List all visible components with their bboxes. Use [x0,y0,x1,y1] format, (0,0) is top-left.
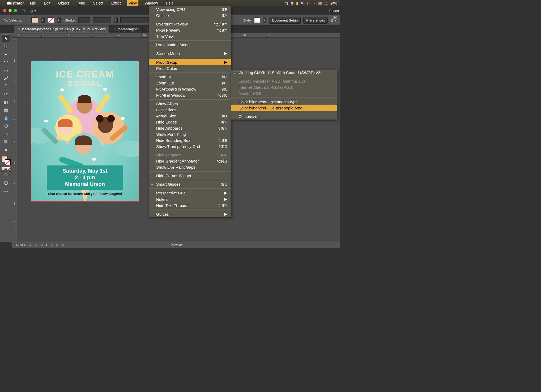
view-menu-item[interactable]: Hide Corner Widget [149,173,231,179]
view-menu-item[interactable]: Show Print Tiling [149,131,231,137]
view-menu-item[interactable]: Outline⌘Y [149,12,231,19]
proof-submenu-item[interactable]: Color blindness - Deuteranopia-type [231,105,337,111]
view-menu-item[interactable]: Zoom In⌘+ [149,74,231,80]
wifi-icon[interactable]: ⧋ [325,1,328,5]
view-menu-item[interactable]: Hide Text Threads⇧⌘Y [149,202,231,208]
vertical-ruler[interactable]: 0123456712 [12,38,17,242]
fill-stroke-indicator[interactable] [2,156,11,165]
type-tool-icon[interactable]: T [2,82,10,90]
proof-submenu-item[interactable]: Color blindness - Protanopia-type [231,99,337,105]
proof-submenu-item[interactable]: Customize... [231,113,337,120]
fill-swatch[interactable] [31,18,38,23]
view-menu-item[interactable]: Hide Gradient Annotator⌥⌘G [149,158,231,164]
view-menu-item[interactable]: ✓Smart Guides⌘U [149,181,231,187]
close-tab-icon[interactable]: ✕ [146,27,149,31]
view-menu-item[interactable]: Show Live Paint Gaps [149,164,231,170]
proof-submenu-item[interactable]: ✓Working CMYK: U.S. Web Coated (SWOP) v2 [231,70,337,76]
eraser-tool-icon[interactable]: ◧ [2,98,10,106]
color-mode-icons[interactable] [2,167,10,170]
curvature-tool-icon[interactable]: 〰 [2,58,10,66]
cloud-icon[interactable]: ◎ [291,1,293,5]
flag-icon[interactable]: 🇺🇸 [318,1,322,5]
view-menu-item[interactable]: Hide Artboards⇧⌘H [149,125,231,131]
view-menu-item[interactable]: Proof Colors [149,65,231,71]
display-icon[interactable]: ▭ [312,1,315,5]
graphic-style-swatch[interactable] [254,18,260,23]
stroke-weight-input[interactable] [78,17,90,23]
shape-builder-tool-icon[interactable]: ⬡ [2,122,10,130]
eyedropper-tool-icon[interactable]: 💧 [2,114,10,122]
arrange-documents-icon[interactable]: ▥ ▾ [30,9,36,13]
rotate-tool-icon[interactable]: ⟳ [2,90,10,98]
artboard-tool-icon[interactable]: ▱ [2,130,10,138]
close-tab-icon[interactable]: ✕ [18,27,20,31]
document-tab[interactable]: ✕icecream-poster2.ai* @ 32.73% (CMYK/GPU… [14,25,110,33]
view-menu-item[interactable]: Hide Edges⌘H [149,119,231,125]
bluetooth-icon[interactable]: ∗ [306,1,309,5]
rectangle-tool-icon[interactable]: ▭ [2,66,10,74]
battery-label[interactable]: 24% [330,1,337,5]
artboard[interactable]: ICE CREAM SOCIAL Saturday, May 1st 2 - 4… [31,61,139,202]
document-tab[interactable]: ✕icecreampost [110,25,142,33]
view-menu-item[interactable]: Hide Bounding Box⇧⌘B [149,137,231,143]
opacity-box[interactable] [120,17,152,23]
close-window-icon[interactable] [3,9,6,12]
view-menu-item[interactable]: Lock Slices [149,107,231,113]
view-menu-item[interactable]: Zoom Out⌘− [149,80,231,86]
minimize-window-icon[interactable] [8,9,12,12]
view-menu-item[interactable]: Overprint Preview⌥⇧⌘Y [149,21,231,27]
view-menu-item[interactable]: Perspective Grid▶ [149,190,231,196]
zoom-icon[interactable]: ▢ [285,1,288,5]
stroke-swatch[interactable] [47,18,54,23]
paintbrush-tool-icon[interactable]: 🖌 [2,74,10,82]
view-menu-item[interactable]: Show Transparency Grid⇧⌘D [149,143,231,150]
gradient-tool-icon[interactable]: ▦ [2,106,10,114]
menu-select[interactable]: Select [91,0,105,6]
screen-mode-icon[interactable]: ▢ [2,179,10,186]
view-menu-item[interactable]: Rulers▶ [149,196,231,202]
stroke-dropdown[interactable]: ▼ [57,18,61,23]
menu-help[interactable]: Help [164,0,175,6]
menu-effect[interactable]: Effect [110,0,122,6]
shield-icon[interactable]: ▮ [296,1,298,5]
preferences-button[interactable]: Preferences [303,17,328,24]
view-menu-item[interactable]: View using CPU⌘E [149,6,231,12]
menu-window[interactable]: Window [143,0,160,6]
app-name[interactable]: Illustrator [7,1,24,5]
view-menu-item[interactable]: Trim View [149,33,231,39]
zoom-level[interactable]: 32.73% [15,243,26,247]
last-artboard-icon[interactable]: ▶| [62,243,63,247]
maximize-window-icon[interactable] [14,9,17,12]
view-menu-item[interactable]: Screen Mode▶ [149,50,231,57]
view-menu-item[interactable]: Proof Setup▶ [149,59,231,65]
app-icon[interactable]: ❋ [301,1,304,5]
brush-dd[interactable]: ▼ [114,18,118,23]
menu-view[interactable]: View [127,0,138,6]
menu-type[interactable]: Type [75,0,87,6]
view-menu-item[interactable]: Guides▶ [149,211,231,217]
pen-tool-icon[interactable]: ✒ [2,50,10,58]
artboard-number[interactable]: 1 [46,243,48,247]
view-menu-item[interactable]: Pixel Preview⌥⌘Y [149,27,231,33]
style-dd[interactable]: ▼ [263,18,266,23]
first-artboard-icon[interactable]: |◀ [35,243,37,247]
edit-toolbar-icon[interactable]: ••• [3,189,9,193]
menu-file[interactable]: File [28,0,38,6]
fill-dropdown[interactable]: ▼ [41,18,45,23]
direct-selection-tool-icon[interactable] [2,42,10,50]
document-setup-button[interactable]: Document Setup [269,17,301,24]
next-artboard-icon[interactable]: ▶ [56,243,58,247]
brush-def-dropdown[interactable] [93,17,111,23]
close-tab-icon[interactable]: ✕ [113,27,116,31]
view-menu-item[interactable]: Actual Size⌘1 [149,113,231,119]
selection-tool-icon[interactable] [2,35,10,42]
fill-stroke-swap-icon[interactable]: ⤭ [2,146,10,154]
view-menu-item[interactable]: Fit All in Window⌥⌘0 [149,92,231,98]
draw-mode-icon[interactable]: ◻ [2,171,10,178]
menu-edit[interactable]: Edit [42,0,52,6]
view-menu-item[interactable]: Fit Artboard in Window⌘0 [149,86,231,92]
zoom-tool-icon[interactable]: 🔍 [2,138,10,146]
view-menu-item[interactable]: Presentation Mode [149,42,231,48]
workspace-label[interactable]: Essen [329,9,339,13]
artboard-dropdown-icon[interactable]: ▾ [51,243,53,247]
